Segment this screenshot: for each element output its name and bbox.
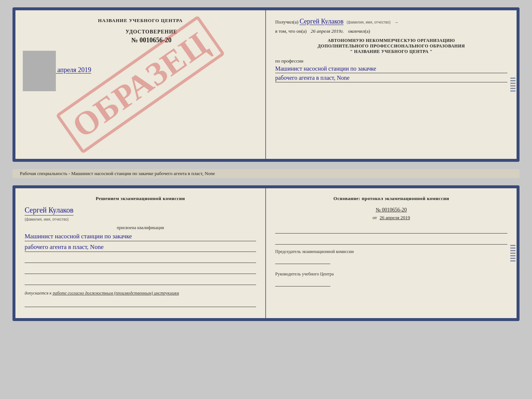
deco-bar xyxy=(510,78,515,79)
protocol-date-value: 26 апреля 2019 xyxy=(380,215,410,220)
deco-bar xyxy=(510,85,515,86)
chairman-signature-line xyxy=(275,257,330,264)
org-line1: АВТОНОМНУЮ НЕКОММЕРЧЕСКУЮ ОРГАНИЗАЦИЮ xyxy=(275,38,507,43)
deco-bar xyxy=(510,255,515,256)
certificate-box: УДОСТОВЕРЕНИЕ № 0010656-20 xyxy=(47,29,256,44)
received-label: Получил(а) xyxy=(275,19,298,25)
side-decoration xyxy=(509,10,517,159)
protocol-date: от 26 апреля 2019 xyxy=(275,215,507,221)
person-name: Сергей Кулаков xyxy=(25,206,73,215)
basis-title: Основание: протокол экзаменационной коми… xyxy=(275,196,507,202)
issued-section: Выдано 26 апреля 2019 xyxy=(32,66,256,74)
bottom-right-panel: Основание: протокол экзаменационной коми… xyxy=(266,188,517,318)
chairman-block: Председатель экзаменационной комиссии xyxy=(275,249,507,264)
name-hint: (фамилия, имя, отчество) xyxy=(346,20,391,24)
deco-bar xyxy=(510,250,515,251)
cert-number: № 0010656-20 xyxy=(47,36,256,44)
blank-line-1 xyxy=(25,256,256,263)
blank-line-r1 xyxy=(275,226,507,234)
director-signature-line xyxy=(275,279,330,286)
separator-section: Рабочая специальность - Машинист насосно… xyxy=(12,169,520,178)
received-name: Сергей Кулаков xyxy=(299,18,344,25)
mp-label: М.П. xyxy=(25,79,256,85)
admission-prefix: допускается к xyxy=(25,291,51,296)
profession-line2: рабочего агента в пласт, None xyxy=(275,75,507,82)
deco-bar xyxy=(510,80,515,81)
profession-section: по профессии Машинист насосной станции п… xyxy=(275,58,507,82)
protocol-date-prefix: от xyxy=(373,215,377,220)
decision-title: Решением экзаменационной комиссии xyxy=(25,196,256,202)
person-name-hint: (фамилия, имя, отчество) xyxy=(25,217,69,221)
top-right-panel: Получил(а) Сергей Кулаков (фамилия, имя,… xyxy=(266,10,517,159)
deco-bar xyxy=(510,258,515,259)
blank-line-r2 xyxy=(275,237,507,245)
profession-label: по профессии xyxy=(275,58,507,64)
deco-bar xyxy=(510,245,515,246)
profession-line1: Машинист насосной станции по закачке xyxy=(275,65,507,73)
training-center-title: НАЗВАНИЕ УЧЕБНОГО ЦЕНТРА xyxy=(25,18,256,24)
side-decoration-bottom xyxy=(509,188,517,318)
org-block: АВТОНОМНУЮ НЕКОММЕРЧЕСКУЮ ОРГАНИЗАЦИЮ ДО… xyxy=(275,38,507,54)
completed-prefix: в том, что он(а) xyxy=(275,28,307,34)
qualification-label: присвоена квалификация xyxy=(25,225,256,231)
deco-bar xyxy=(510,83,515,84)
bottom-left-panel: Решением экзаменационной комиссии Сергей… xyxy=(15,188,266,318)
deco-bar xyxy=(510,90,515,92)
deco-bar xyxy=(510,88,515,89)
received-line: Получил(а) Сергей Кулаков (фамилия, имя,… xyxy=(275,18,507,25)
chairman-label: Председатель экзаменационной комиссии xyxy=(275,249,507,254)
qualification-line1: Машинист насосной станции по закачке xyxy=(25,233,256,241)
deco-bar xyxy=(510,253,515,254)
blank-line-4 xyxy=(25,300,256,307)
completed-date: 26 апреля 2019г. xyxy=(311,28,344,34)
protocol-number: № 0010656-20 xyxy=(275,207,507,213)
bottom-document: Решением экзаменационной комиссии Сергей… xyxy=(12,185,520,321)
person-name-block: Сергей Кулаков (фамилия, имя, отчество) xyxy=(25,206,256,222)
completed-suffix: окончил(а) xyxy=(348,28,370,34)
org-line2: ДОПОЛНИТЕЛЬНОГО ПРОФЕССИОНАЛЬНОГО ОБРАЗО… xyxy=(275,43,507,49)
director-block: Руководитель учебного Центра xyxy=(275,271,507,286)
cert-title: УДОСТОВЕРЕНИЕ xyxy=(47,29,256,35)
blank-line-3 xyxy=(25,278,256,285)
admission-underline: работе согласно должностным (производств… xyxy=(53,291,179,296)
completed-line: в том, что он(а) 26 апреля 2019г. окончи… xyxy=(275,28,507,34)
qualification-line2: рабочего агента в пласт, None xyxy=(25,243,256,252)
top-left-panel: НАЗВАНИЕ УЧЕБНОГО ЦЕНТРА ОБРАЗЕЦ УДОСТОВ… xyxy=(15,10,266,159)
admission-text: допускается к работе согласно должностны… xyxy=(25,291,256,296)
deco-bar xyxy=(510,247,515,249)
deco-bar xyxy=(510,260,515,261)
org-line3: " НАЗВАНИЕ УЧЕБНОГО ЦЕНТРА " xyxy=(275,49,507,54)
photo-placeholder xyxy=(23,51,56,91)
top-document: НАЗВАНИЕ УЧЕБНОГО ЦЕНТРА ОБРАЗЕЦ УДОСТОВ… xyxy=(12,7,520,162)
blank-line-2 xyxy=(25,267,256,274)
director-label: Руководитель учебного Центра xyxy=(275,271,507,277)
separator-text: Рабочая специальность - Машинист насосно… xyxy=(20,171,215,176)
